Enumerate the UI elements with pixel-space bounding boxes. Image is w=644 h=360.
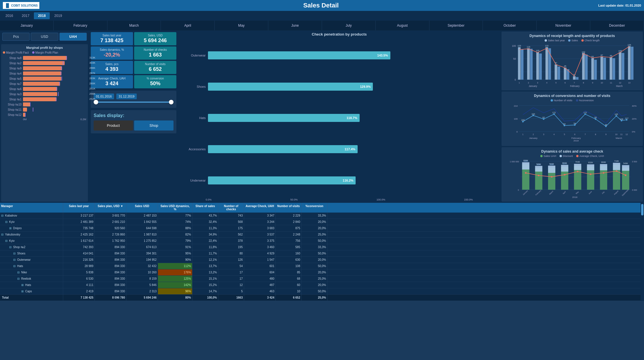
expand-icon[interactable]: ⊟ — [17, 277, 20, 280]
td-checks: 12 — [218, 282, 244, 288]
year-tab-2016[interactable]: 2016 — [1, 12, 17, 19]
expand-icon[interactable]: ⊞ — [21, 283, 24, 287]
slider-track[interactable] — [94, 102, 173, 103]
display-product-button[interactable]: Product — [94, 120, 133, 131]
month-tab-july[interactable]: July — [322, 21, 376, 30]
scroll-thumb[interactable] — [641, 204, 643, 215]
month-tab-november[interactable]: November — [537, 21, 590, 30]
month-tabs: January February March April May June Ju… — [0, 21, 644, 30]
svg-text:5: 5 — [555, 81, 556, 84]
table-container: Manager Sales last year Sales plan, USD … — [0, 203, 641, 301]
svg-point-151 — [538, 175, 539, 176]
expand-icon[interactable]: ⊟ — [5, 239, 7, 242]
td-share: 13,7% — [192, 263, 218, 269]
month-tab-january[interactable]: January — [0, 21, 54, 30]
svg-point-155 — [590, 173, 591, 175]
bar-fact — [23, 82, 60, 86]
bar-value: 256K — [89, 92, 95, 95]
month-tab-october[interactable]: October — [483, 21, 537, 30]
td-sales-plan: 894 330 — [95, 288, 126, 294]
td-dynamics: 142% — [158, 282, 192, 288]
left-panel: Pcs USD UAH Marginal profit by shops Mar… — [0, 30, 89, 203]
svg-text:2018: 2018 — [572, 196, 578, 199]
table-row: ⊟ Kyiv 1 617 614 1 762 950 1 275 852 79%… — [0, 238, 641, 244]
td-visits: 585 — [276, 244, 302, 250]
svg-text:1: 1 — [522, 133, 523, 136]
date-range: 01.01.2016 31.12.2019 — [91, 91, 176, 108]
svg-text:718K: 718K — [614, 160, 619, 162]
td-avg-check: 3 375 — [244, 238, 276, 244]
month-tab-august[interactable]: August — [376, 21, 429, 30]
svg-text:105: 105 — [618, 50, 622, 52]
slider-thumb-right[interactable] — [169, 100, 173, 104]
td-visits: 2 840 — [276, 219, 302, 225]
svg-text:February: February — [535, 189, 542, 196]
unit-usd[interactable]: USD — [31, 33, 58, 41]
unit-pcs[interactable]: Pcs — [2, 33, 30, 41]
expand-icon[interactable]: ⊟ — [17, 271, 20, 274]
expand-icon[interactable]: ⊟ — [13, 252, 16, 255]
bar-container — [23, 108, 86, 112]
bar-plan-line — [33, 108, 33, 112]
table-row: ⊟ Hats 28 989 894 330 32 432 112% 13,7% … — [0, 263, 641, 269]
year-tab-2017[interactable]: 2017 — [18, 12, 34, 19]
td-manager: ⊟ Reebok — [0, 276, 63, 282]
expand-icon[interactable]: ⊟ — [9, 246, 11, 249]
table-row: ⊟ Kabalnov 3 217 137 3 601 770 2 487 153… — [0, 213, 641, 219]
month-tab-february[interactable]: February — [54, 21, 107, 30]
svg-text:March: March — [616, 85, 623, 87]
expand-icon[interactable]: ⊟ — [13, 258, 16, 261]
expand-icon[interactable]: ⊟ — [1, 233, 3, 236]
td-checks: 126 — [218, 257, 244, 263]
expand-icon[interactable]: ⊟ — [5, 220, 7, 223]
td-sales-ly: 216 326 — [63, 257, 95, 263]
td-avg-check: 480 — [244, 276, 276, 282]
col-visits: Number of visits — [276, 203, 302, 213]
svg-rect-29 — [603, 58, 606, 80]
page-title: Sales Detail — [44, 2, 598, 9]
year-tab-2019[interactable]: 2019 — [50, 12, 66, 19]
month-tab-may[interactable]: May — [215, 21, 268, 30]
table-row: ⊟ Shoes 414 041 894 330 394 301 95% 11,7… — [0, 250, 641, 257]
td-avg-check: 3 537 — [244, 231, 276, 238]
date-end[interactable]: 31.12.2019 — [116, 94, 137, 99]
month-tab-march[interactable]: March — [107, 21, 161, 30]
expand-icon[interactable]: ⊟ — [1, 214, 3, 217]
svg-text:123: 123 — [518, 44, 521, 47]
td-sales-ly: 414 041 — [63, 250, 95, 256]
year-tab-2018[interactable]: 2018 — [34, 12, 50, 19]
td-sales-ly: 2 481 389 — [63, 219, 95, 225]
date-start[interactable]: 01.01.2016 — [94, 94, 114, 99]
month-tab-june[interactable]: June — [268, 21, 322, 30]
td-checks: 17 — [218, 269, 244, 275]
month-tab-april[interactable]: April — [161, 21, 215, 30]
col-dynamics: Sales USD dynamics, % — [158, 203, 192, 213]
kpi-row-4: Average Check, UAH 3 424 % conversion 50… — [91, 75, 176, 88]
bar-plan-line — [30, 102, 30, 106]
profit-bar-row: Shop №2 303K — [3, 61, 86, 65]
expand-icon[interactable]: ⊟ — [13, 264, 16, 268]
td-checks: 17 — [218, 276, 244, 282]
td-manager: ⊟ Shop №2 — [0, 244, 63, 250]
kpi-avg-check: Average Check, UAH 3 424 — [91, 75, 133, 88]
expand-icon[interactable]: ⊞ — [9, 227, 11, 230]
expand-icon[interactable]: ⊞ — [21, 290, 24, 293]
td-checks: 80 — [218, 250, 244, 256]
table-row: Total 7 138 425 8 096 780 5 694 246 80% … — [0, 295, 641, 301]
svg-point-157 — [616, 170, 617, 172]
display-shop-button[interactable]: Shop — [134, 120, 173, 131]
svg-text:9: 9 — [592, 81, 593, 84]
svg-rect-10 — [545, 47, 548, 80]
legend-plan: Margin Profit Plan — [35, 51, 58, 54]
td-sales-usd: 194 952 — [126, 257, 158, 263]
legend-fact: Margin Profit Fact — [6, 51, 29, 54]
month-tab-december[interactable]: December — [590, 21, 644, 30]
month-tab-september[interactable]: September — [429, 21, 483, 30]
scroll-indicator[interactable] — [641, 203, 644, 301]
unit-uah[interactable]: UAH — [59, 33, 87, 41]
slider-thumb-left[interactable] — [94, 100, 98, 104]
svg-text:105: 105 — [536, 49, 539, 52]
td-sales-usd: 644 598 — [126, 225, 158, 231]
td-dynamics: 82% — [158, 231, 192, 238]
bar-label: Shop №11 — [3, 108, 22, 111]
